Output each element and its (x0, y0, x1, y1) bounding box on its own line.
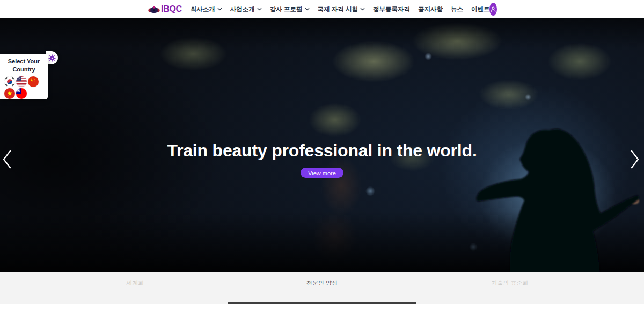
logo-icon (148, 5, 160, 14)
carousel-prev-button[interactable] (2, 150, 12, 170)
slide-title-globalization[interactable]: 세계화 (127, 279, 144, 287)
flag-south-korea[interactable] (4, 76, 15, 87)
country-selector-title: Select Your Country (0, 58, 48, 74)
country-title-line2: Country (0, 66, 48, 74)
flag-vietnam[interactable] (4, 88, 15, 99)
carousel-progress-bar (228, 302, 416, 304)
china-flag-icon (28, 76, 39, 87)
slide-titles-bar: 세계화 전문인 양성 기술의 표준화 (0, 272, 644, 304)
chevron-down-icon (360, 8, 365, 11)
footer-strip (0, 304, 644, 316)
menu-item-label: 국제 자격 시험 (318, 5, 358, 13)
gear-icon (48, 54, 56, 62)
country-selector-panel: Select Your Country (0, 54, 48, 99)
menu-item-label: 이벤트 (471, 5, 490, 13)
hero-headline: Train beauty professional in the world. (0, 141, 644, 161)
menu-item-news[interactable]: 뉴스 (451, 5, 463, 13)
page: IBQC 회사소개 사업소개 강사 프로필 국제 자격 시험 정부등록자격 공지… (0, 0, 644, 316)
carousel-next-button[interactable] (630, 150, 640, 170)
menu-item-instructor-profile[interactable]: 강사 프로필 (270, 5, 310, 13)
nav-container: IBQC 회사소개 사업소개 강사 프로필 국제 자격 시험 정부등록자격 공지… (0, 3, 644, 16)
menu-item-notice[interactable]: 공지사항 (418, 5, 443, 13)
menu-item-label: 정부등록자격 (373, 5, 410, 13)
menu-item-label: 강사 프로필 (270, 5, 303, 13)
logo[interactable]: IBQC (148, 4, 182, 14)
flag-china[interactable] (28, 76, 39, 87)
hero-carousel: Train beauty professional in the world. … (0, 18, 644, 272)
flag-list (0, 74, 41, 99)
menu-item-company[interactable]: 회사소개 (191, 5, 222, 13)
menu-item-event[interactable]: 이벤트 (471, 5, 490, 13)
chevron-left-icon (2, 150, 12, 169)
united-states-flag-icon (16, 76, 27, 87)
menu-item-government-certification[interactable]: 정부등록자격 (373, 5, 410, 13)
menu-item-business[interactable]: 사업소개 (230, 5, 262, 13)
account-button[interactable] (489, 3, 497, 16)
menu-item-label: 공지사항 (418, 5, 443, 13)
south-korea-flag-icon (4, 76, 15, 87)
flag-united-states[interactable] (16, 76, 27, 87)
slide-title-professional-training[interactable]: 전문인 양성 (306, 279, 338, 287)
user-icon (489, 5, 497, 13)
chevron-down-icon (257, 8, 262, 11)
chevron-down-icon (217, 8, 222, 11)
top-navigation: IBQC 회사소개 사업소개 강사 프로필 국제 자격 시험 정부등록자격 공지… (0, 0, 644, 18)
taiwan-flag-icon (16, 88, 27, 99)
menu-item-label: 뉴스 (451, 5, 463, 13)
menu-item-label: 사업소개 (230, 5, 255, 13)
slide-title-skill-standardization[interactable]: 기술의 표준화 (491, 279, 528, 287)
logo-text: IBQC (161, 4, 182, 14)
vietnam-flag-icon (4, 88, 15, 99)
chevron-down-icon (305, 8, 310, 11)
country-title-line1: Select Your (0, 58, 48, 66)
menu-item-international-exam[interactable]: 국제 자격 시험 (318, 5, 365, 13)
flag-taiwan[interactable] (16, 88, 27, 99)
menu-item-label: 회사소개 (191, 5, 215, 13)
hero-content: Train beauty professional in the world. … (0, 141, 644, 178)
chevron-right-icon (630, 150, 640, 169)
main-menu: 회사소개 사업소개 강사 프로필 국제 자격 시험 정부등록자격 공지사항 뉴스… (191, 5, 490, 13)
view-more-button[interactable]: View more (301, 168, 343, 178)
